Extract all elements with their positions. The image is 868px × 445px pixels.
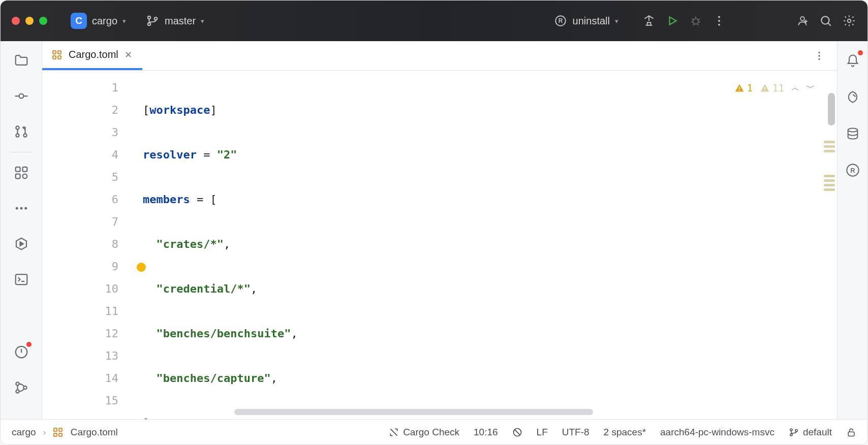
- more-tools-button[interactable]: [12, 199, 30, 217]
- svg-point-11: [848, 19, 851, 23]
- file-encoding[interactable]: UTF-8: [562, 427, 590, 438]
- svg-point-39: [790, 428, 792, 430]
- prev-highlight-button[interactable]: ︿: [791, 77, 799, 99]
- pull-requests-tool-button[interactable]: [12, 122, 30, 141]
- svg-point-10: [821, 16, 829, 24]
- editor-area: Cargo.toml ✕ 1 2 3 4 5 6 7 8: [42, 41, 837, 419]
- line-gutter: 1 2 3 4 5 6 7 8 9 10 11 12 13 14 15: [42, 71, 133, 419]
- database-tool-button[interactable]: [844, 124, 862, 143]
- terminal-tool-button[interactable]: [12, 270, 30, 289]
- rust-target[interactable]: aarch64-pc-windows-msvc: [660, 427, 774, 438]
- project-dropdown[interactable]: C cargo ▾: [66, 10, 131, 32]
- cargo-tool-button[interactable]: R: [844, 161, 862, 179]
- tab-overflow-button[interactable]: [801, 41, 837, 70]
- svg-rect-33: [764, 87, 765, 89]
- code-editor[interactable]: 1 2 3 4 5 6 7 8 9 10 11 12 13 14 15 [wor…: [42, 71, 837, 419]
- svg-point-2: [154, 17, 157, 20]
- gutter-warning-marker[interactable]: [137, 263, 146, 272]
- vcs-tool-button[interactable]: [12, 378, 30, 397]
- svg-point-7: [718, 20, 720, 22]
- svg-point-28: [818, 51, 820, 53]
- chevron-down-icon: ▾: [201, 17, 204, 25]
- svg-point-25: [16, 382, 19, 385]
- toml-file-icon: [53, 428, 64, 437]
- svg-point-22: [24, 207, 27, 210]
- more-actions-icon[interactable]: [712, 14, 726, 28]
- crumb-file[interactable]: Cargo.toml: [71, 427, 118, 438]
- svg-point-21: [20, 207, 22, 210]
- tab-cargo-toml[interactable]: Cargo.toml ✕: [42, 41, 142, 70]
- svg-point-8: [718, 24, 720, 26]
- run-config-name: uninstall: [573, 15, 610, 27]
- project-tool-button[interactable]: [12, 51, 30, 70]
- editor-tabs: Cargo.toml ✕: [42, 41, 837, 71]
- breadcrumb[interactable]: cargo › Cargo.toml: [12, 427, 118, 438]
- titlebar: C cargo ▾ master ▾ R uninstall ▾: [1, 1, 867, 41]
- commit-tool-button[interactable]: [12, 87, 30, 105]
- svg-point-29: [818, 55, 820, 56]
- error-stripe[interactable]: [824, 93, 835, 191]
- notifications-button[interactable]: [844, 51, 862, 70]
- vcs-branch-dropdown[interactable]: master ▾: [140, 11, 209, 31]
- lock-icon[interactable]: [846, 427, 856, 437]
- code-with-me-icon[interactable]: [795, 14, 810, 28]
- chevron-down-icon: ▾: [615, 17, 618, 25]
- problems-indicator-dot: [26, 342, 32, 347]
- svg-point-35: [848, 129, 857, 132]
- svg-point-26: [16, 390, 19, 393]
- caret-position[interactable]: 10:16: [474, 427, 498, 438]
- minimize-window-button[interactable]: [25, 17, 34, 25]
- build-icon[interactable]: [642, 14, 656, 28]
- tab-close-button[interactable]: ✕: [125, 49, 132, 60]
- horizontal-scrollbar[interactable]: [234, 409, 593, 415]
- svg-point-13: [16, 126, 19, 129]
- search-icon[interactable]: [819, 14, 833, 28]
- tab-filename: Cargo.toml: [69, 49, 118, 60]
- next-highlight-button[interactable]: ﹀: [807, 77, 815, 99]
- settings-icon[interactable]: [842, 14, 856, 28]
- chevron-down-icon: ▾: [122, 17, 126, 25]
- svg-rect-34: [764, 90, 765, 91]
- rust-icon: R: [553, 14, 568, 28]
- svg-point-5: [693, 19, 699, 24]
- run-tool-button[interactable]: [12, 235, 30, 253]
- svg-rect-16: [15, 167, 20, 172]
- notification-indicator-dot: [858, 50, 863, 55]
- svg-text:R: R: [558, 17, 563, 24]
- zoom-window-button[interactable]: [39, 17, 47, 25]
- close-window-button[interactable]: [12, 17, 20, 25]
- debug-button[interactable]: [689, 14, 703, 28]
- svg-point-27: [23, 386, 26, 389]
- svg-point-9: [800, 17, 804, 21]
- line-separator-widget[interactable]: [512, 427, 522, 437]
- line-ending[interactable]: LF: [537, 427, 548, 438]
- inspection-summary[interactable]: 1 11 ︿ ﹀: [734, 77, 815, 99]
- code-content[interactable]: [workspace] resolver = "2" members = [ "…: [133, 71, 837, 419]
- right-tool-rail: R: [837, 41, 867, 419]
- structure-tool-button[interactable]: [12, 164, 30, 182]
- body: Cargo.toml ✕ 1 2 3 4 5 6 7 8: [1, 41, 867, 419]
- svg-text:R: R: [850, 167, 855, 174]
- indent-settings[interactable]: 2 spaces*: [604, 427, 646, 438]
- ai-assistant-button[interactable]: [844, 88, 862, 106]
- status-bar: cargo › Cargo.toml Cargo Check 10:16 LF …: [1, 419, 867, 444]
- run-config-dropdown[interactable]: R uninstall ▾: [548, 11, 624, 31]
- svg-point-1: [148, 23, 150, 25]
- project-badge: C: [71, 13, 87, 29]
- problems-tool-button[interactable]: [12, 343, 30, 361]
- git-branch-widget[interactable]: default: [789, 427, 832, 438]
- left-tool-rail: [1, 41, 42, 419]
- cargo-check-widget[interactable]: Cargo Check: [389, 427, 459, 438]
- svg-rect-31: [739, 87, 740, 89]
- svg-point-30: [818, 58, 820, 59]
- ide-window: C cargo ▾ master ▾ R uninstall ▾: [0, 0, 868, 445]
- branch-name: master: [165, 15, 196, 27]
- branch-icon: [145, 14, 160, 28]
- run-button[interactable]: [665, 14, 679, 28]
- crumb-root[interactable]: cargo: [12, 427, 36, 438]
- traffic-lights: [12, 17, 47, 25]
- svg-point-15: [23, 134, 26, 137]
- scrollbar-thumb[interactable]: [828, 93, 835, 125]
- svg-rect-17: [22, 167, 27, 172]
- svg-point-20: [15, 207, 18, 210]
